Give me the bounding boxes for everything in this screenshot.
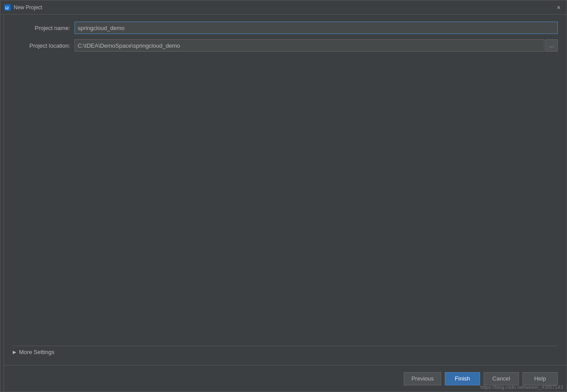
browse-button[interactable]: ... [545, 39, 558, 52]
previous-button[interactable]: Previous [404, 372, 441, 385]
project-location-label: Project location: [13, 42, 75, 49]
window-title: New Project [14, 4, 42, 11]
app-icon: IJ [4, 4, 11, 11]
watermark: https://blog.csdn.net/weixin_43957143 [481, 384, 563, 390]
title-bar-left: IJ New Project [4, 4, 42, 11]
content-spacer [13, 57, 558, 344]
project-name-input[interactable] [75, 22, 558, 34]
more-settings-label: More Settings [19, 349, 54, 355]
project-name-row: Project name: [13, 22, 558, 34]
more-settings-row[interactable]: ▶ More Settings [13, 346, 558, 358]
svg-text:IJ: IJ [5, 6, 9, 10]
cancel-button[interactable]: Cancel [484, 372, 519, 385]
finish-button[interactable]: Finish [445, 372, 480, 385]
close-button[interactable]: × [554, 3, 563, 12]
left-sidebar [0, 15, 4, 392]
project-location-row: Project location: ... [13, 39, 558, 52]
main-area: Project name: Project location: ... ▶ Mo… [0, 15, 567, 392]
project-location-input[interactable] [75, 39, 544, 52]
project-name-label: Project name: [13, 25, 75, 31]
content-area: Project name: Project location: ... ▶ Mo… [4, 15, 567, 392]
button-bar: Previous Finish Cancel Help https://blog… [4, 365, 567, 392]
help-button[interactable]: Help [522, 372, 558, 385]
dialog-content: Project name: Project location: ... ▶ Mo… [4, 15, 567, 365]
more-settings-arrow: ▶ [13, 350, 16, 354]
title-bar: IJ New Project × [0, 0, 567, 15]
new-project-dialog: IJ New Project × Project name: Project l… [0, 0, 567, 392]
